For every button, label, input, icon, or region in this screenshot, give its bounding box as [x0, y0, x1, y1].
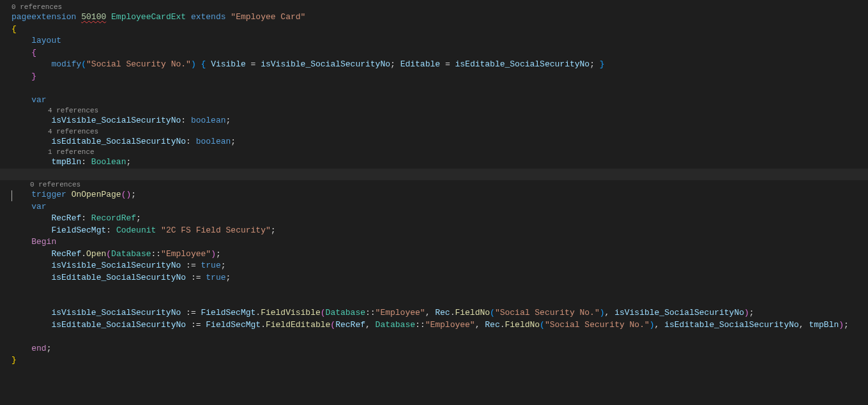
text-cursor — [11, 190, 12, 201]
code-editor[interactable]: 0 references pageextension 50100 Employe… — [0, 0, 868, 367]
code-line: isEditable_SocialSecurityNo := true; — [11, 272, 868, 284]
codelens[interactable]: 4 references — [11, 106, 868, 115]
code-line: isEditable_SocialSecurityNo: boolean; — [11, 136, 868, 148]
codelens[interactable]: 4 references — [11, 127, 868, 136]
current-line — [0, 169, 868, 181]
code-line: end; — [11, 343, 868, 355]
code-line: isVisible_SocialSecurityNo := FieldSecMg… — [11, 307, 868, 319]
codelens[interactable]: 0 references — [11, 180, 868, 189]
codelens[interactable]: 1 reference — [11, 148, 868, 157]
code-line: var — [11, 95, 868, 107]
code-line: RecRef.Open(Database::"Employee"); — [11, 248, 868, 261]
code-line: layout — [11, 35, 868, 47]
codelens[interactable]: 0 references — [11, 3, 868, 11]
code-line: FieldSecMgt: Codeunit "2C FS Field Secur… — [11, 225, 868, 237]
code-line — [11, 331, 868, 343]
code-line — [11, 82, 868, 95]
code-line — [11, 296, 868, 308]
code-line: isEditable_SocialSecurityNo := FieldSecM… — [11, 319, 868, 332]
code-line: { — [11, 47, 868, 59]
code-line: tmpBln: Boolean; — [11, 157, 868, 169]
code-line: isVisible_SocialSecurityNo := true; — [11, 260, 868, 272]
code-line: var — [11, 201, 868, 213]
code-line: trigger OnOpenPage(); — [11, 189, 868, 201]
code-line: Begin — [11, 236, 868, 248]
code-line: pageextension 50100 EmployeeCardExt exte… — [11, 11, 868, 24]
code-line: } — [11, 71, 868, 83]
code-line: } — [11, 355, 868, 367]
code-line: { — [11, 24, 868, 36]
code-line: isVisible_SocialSecurityNo: boolean; — [11, 115, 868, 127]
code-line: RecRef: RecordRef; — [11, 213, 868, 225]
code-line: modify("Social Security No.") { Visible … — [11, 59, 868, 71]
code-line — [11, 284, 868, 296]
